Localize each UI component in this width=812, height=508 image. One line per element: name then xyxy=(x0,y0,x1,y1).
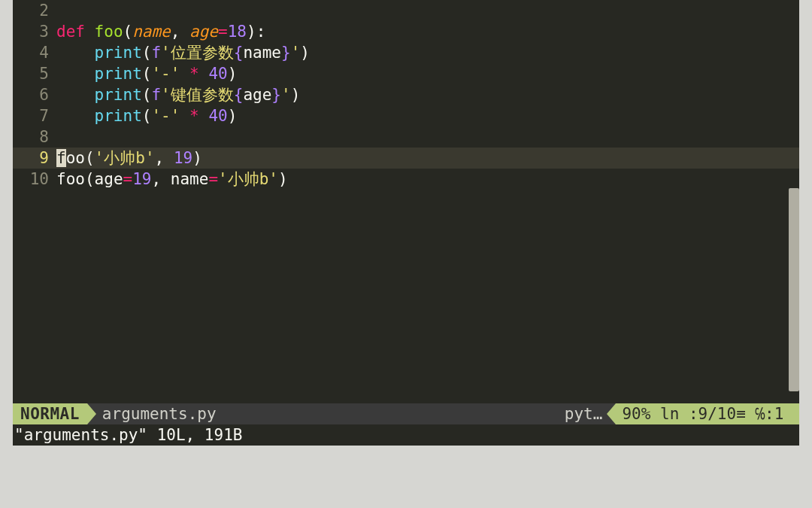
status-line: NORMAL arguments.py pyt… 90% ln :9/10≡ ℅… xyxy=(13,403,799,424)
number-literal: 40 xyxy=(208,65,227,83)
number-literal: 19 xyxy=(132,170,151,188)
code-line[interactable]: 5 print('-' * 40) xyxy=(13,63,799,84)
status-filetype: pyt… xyxy=(565,403,607,424)
builtin-print: print xyxy=(95,86,142,104)
builtin-print: print xyxy=(95,107,142,125)
number-literal: 19 xyxy=(174,149,192,167)
command-line[interactable]: "arguments.py" 10L, 191B xyxy=(13,424,799,446)
line-number: 6 xyxy=(13,84,56,105)
builtin-print: print xyxy=(95,44,142,62)
keyword-def: def xyxy=(56,23,85,41)
code-line[interactable]: 8 xyxy=(13,126,799,148)
code-line[interactable]: 7 print('-' * 40) xyxy=(13,105,799,126)
status-filename: arguments.py xyxy=(96,403,217,424)
line-number: 7 xyxy=(13,105,56,126)
string-literal: 小帅b xyxy=(104,149,145,167)
kwarg-age: age xyxy=(95,170,123,188)
string-literal: - xyxy=(161,107,171,125)
cursor: f xyxy=(56,149,66,167)
interp-var: age xyxy=(243,86,271,104)
line-number: 4 xyxy=(13,42,56,63)
function-name: foo xyxy=(95,23,123,41)
code-area[interactable]: 2 3 def foo(name, age=18): 4 print(f'位置参… xyxy=(13,0,799,190)
code-line[interactable]: 3 def foo(name, age=18): xyxy=(13,21,799,42)
status-linecol: ln :9/10≡ ℅:1 xyxy=(650,403,793,424)
call-foo: foo xyxy=(56,170,85,188)
string-literal: 键值参数 xyxy=(171,86,234,104)
operator-star: * xyxy=(189,65,199,83)
code-line-current[interactable]: 9 foo('小帅b', 19) xyxy=(13,148,799,169)
line-number-current: 9 xyxy=(13,148,56,169)
line-number: 2 xyxy=(13,0,56,21)
separator-icon xyxy=(607,403,616,424)
param-age: age xyxy=(189,23,218,41)
kwarg-name: name xyxy=(171,170,209,188)
line-number: 5 xyxy=(13,63,56,84)
number-literal: 18 xyxy=(228,23,247,41)
interp-var: name xyxy=(243,44,281,62)
line-number: 3 xyxy=(13,21,56,42)
builtin-print: print xyxy=(95,65,142,83)
line-number: 8 xyxy=(13,126,56,148)
line-number: 10 xyxy=(13,169,56,190)
string-literal: 小帅b xyxy=(228,170,269,188)
status-position: 90% ln :9/10≡ ℅:1 xyxy=(616,403,799,424)
status-percent: 90% xyxy=(622,403,650,424)
terminal-window: 2 3 def foo(name, age=18): 4 print(f'位置参… xyxy=(13,0,799,446)
mode-badge: NORMAL xyxy=(13,403,87,424)
string-literal: 位置参数 xyxy=(171,44,234,62)
scrollbar-thumb[interactable] xyxy=(789,188,799,391)
param-name: name xyxy=(132,23,171,41)
code-line[interactable]: 2 xyxy=(13,0,799,21)
separator-icon xyxy=(87,403,96,424)
string-literal: - xyxy=(161,65,171,83)
editor-pane[interactable]: 2 3 def foo(name, age=18): 4 print(f'位置参… xyxy=(13,0,799,446)
code-line[interactable]: 10 foo(age=19, name='小帅b') xyxy=(13,169,799,190)
code-line[interactable]: 4 print(f'位置参数{name}') xyxy=(13,42,799,63)
number-literal: 40 xyxy=(208,107,227,125)
code-line[interactable]: 6 print(f'键值参数{age}') xyxy=(13,84,799,105)
operator-star: * xyxy=(189,107,199,125)
